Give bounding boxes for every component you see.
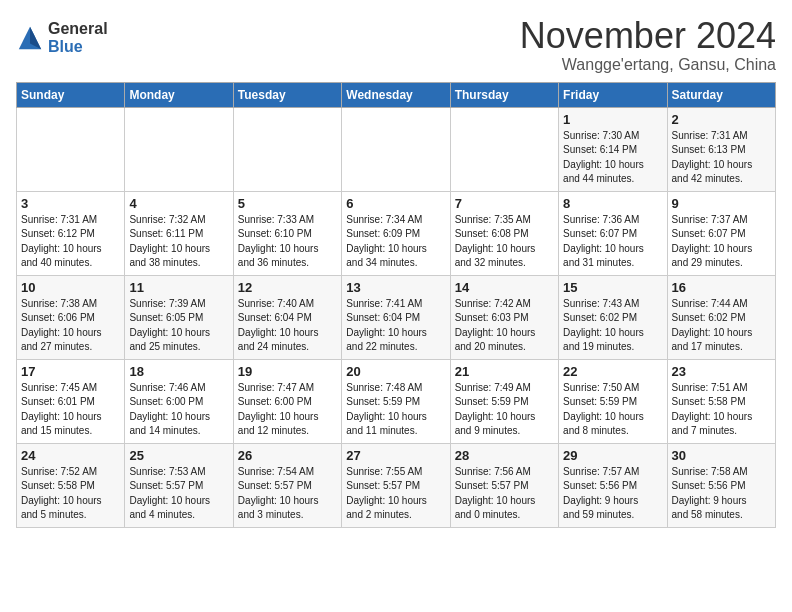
day-info: Sunrise: 7:43 AMSunset: 6:02 PMDaylight:… xyxy=(563,297,662,355)
day-info: Sunrise: 7:40 AMSunset: 6:04 PMDaylight:… xyxy=(238,297,337,355)
day-info: Sunrise: 7:31 AMSunset: 6:12 PMDaylight:… xyxy=(21,213,120,271)
location-title: Wangge'ertang, Gansu, China xyxy=(520,56,776,74)
day-number: 12 xyxy=(238,280,337,295)
day-info: Sunrise: 7:33 AMSunset: 6:10 PMDaylight:… xyxy=(238,213,337,271)
day-number: 6 xyxy=(346,196,445,211)
day-info: Sunrise: 7:31 AMSunset: 6:13 PMDaylight:… xyxy=(672,129,771,187)
calendar-cell: 29Sunrise: 7:57 AMSunset: 5:56 PMDayligh… xyxy=(559,443,667,527)
calendar-week-row: 10Sunrise: 7:38 AMSunset: 6:06 PMDayligh… xyxy=(17,275,776,359)
day-info: Sunrise: 7:56 AMSunset: 5:57 PMDaylight:… xyxy=(455,465,554,523)
month-title: November 2024 xyxy=(520,16,776,56)
day-info: Sunrise: 7:50 AMSunset: 5:59 PMDaylight:… xyxy=(563,381,662,439)
calendar-cell: 3Sunrise: 7:31 AMSunset: 6:12 PMDaylight… xyxy=(17,191,125,275)
calendar-cell: 17Sunrise: 7:45 AMSunset: 6:01 PMDayligh… xyxy=(17,359,125,443)
day-number: 5 xyxy=(238,196,337,211)
day-number: 23 xyxy=(672,364,771,379)
day-number: 14 xyxy=(455,280,554,295)
day-info: Sunrise: 7:44 AMSunset: 6:02 PMDaylight:… xyxy=(672,297,771,355)
day-number: 20 xyxy=(346,364,445,379)
day-number: 28 xyxy=(455,448,554,463)
day-number: 1 xyxy=(563,112,662,127)
calendar-cell: 27Sunrise: 7:55 AMSunset: 5:57 PMDayligh… xyxy=(342,443,450,527)
day-number: 15 xyxy=(563,280,662,295)
day-number: 4 xyxy=(129,196,228,211)
day-info: Sunrise: 7:34 AMSunset: 6:09 PMDaylight:… xyxy=(346,213,445,271)
calendar-cell: 9Sunrise: 7:37 AMSunset: 6:07 PMDaylight… xyxy=(667,191,775,275)
day-number: 8 xyxy=(563,196,662,211)
day-info: Sunrise: 7:42 AMSunset: 6:03 PMDaylight:… xyxy=(455,297,554,355)
day-info: Sunrise: 7:51 AMSunset: 5:58 PMDaylight:… xyxy=(672,381,771,439)
day-info: Sunrise: 7:30 AMSunset: 6:14 PMDaylight:… xyxy=(563,129,662,187)
calendar-cell: 30Sunrise: 7:58 AMSunset: 5:56 PMDayligh… xyxy=(667,443,775,527)
day-info: Sunrise: 7:54 AMSunset: 5:57 PMDaylight:… xyxy=(238,465,337,523)
calendar-cell: 5Sunrise: 7:33 AMSunset: 6:10 PMDaylight… xyxy=(233,191,341,275)
day-number: 22 xyxy=(563,364,662,379)
day-number: 29 xyxy=(563,448,662,463)
day-number: 7 xyxy=(455,196,554,211)
day-number: 26 xyxy=(238,448,337,463)
calendar-week-row: 17Sunrise: 7:45 AMSunset: 6:01 PMDayligh… xyxy=(17,359,776,443)
day-number: 21 xyxy=(455,364,554,379)
calendar-cell xyxy=(125,107,233,191)
day-number: 9 xyxy=(672,196,771,211)
calendar-cell: 1Sunrise: 7:30 AMSunset: 6:14 PMDaylight… xyxy=(559,107,667,191)
day-info: Sunrise: 7:55 AMSunset: 5:57 PMDaylight:… xyxy=(346,465,445,523)
day-number: 25 xyxy=(129,448,228,463)
logo-blue-text: Blue xyxy=(48,38,108,56)
weekday-header-wednesday: Wednesday xyxy=(342,82,450,107)
day-number: 27 xyxy=(346,448,445,463)
calendar-cell xyxy=(342,107,450,191)
calendar-cell: 16Sunrise: 7:44 AMSunset: 6:02 PMDayligh… xyxy=(667,275,775,359)
calendar-cell: 11Sunrise: 7:39 AMSunset: 6:05 PMDayligh… xyxy=(125,275,233,359)
day-info: Sunrise: 7:49 AMSunset: 5:59 PMDaylight:… xyxy=(455,381,554,439)
calendar-header-row: SundayMondayTuesdayWednesdayThursdayFrid… xyxy=(17,82,776,107)
calendar-cell: 6Sunrise: 7:34 AMSunset: 6:09 PMDaylight… xyxy=(342,191,450,275)
weekday-header-tuesday: Tuesday xyxy=(233,82,341,107)
calendar-cell xyxy=(233,107,341,191)
day-info: Sunrise: 7:41 AMSunset: 6:04 PMDaylight:… xyxy=(346,297,445,355)
calendar-cell: 19Sunrise: 7:47 AMSunset: 6:00 PMDayligh… xyxy=(233,359,341,443)
day-info: Sunrise: 7:38 AMSunset: 6:06 PMDaylight:… xyxy=(21,297,120,355)
weekday-header-sunday: Sunday xyxy=(17,82,125,107)
weekday-header-friday: Friday xyxy=(559,82,667,107)
calendar-cell: 4Sunrise: 7:32 AMSunset: 6:11 PMDaylight… xyxy=(125,191,233,275)
calendar-cell: 15Sunrise: 7:43 AMSunset: 6:02 PMDayligh… xyxy=(559,275,667,359)
day-info: Sunrise: 7:35 AMSunset: 6:08 PMDaylight:… xyxy=(455,213,554,271)
day-info: Sunrise: 7:45 AMSunset: 6:01 PMDaylight:… xyxy=(21,381,120,439)
calendar-cell: 26Sunrise: 7:54 AMSunset: 5:57 PMDayligh… xyxy=(233,443,341,527)
day-number: 13 xyxy=(346,280,445,295)
day-info: Sunrise: 7:53 AMSunset: 5:57 PMDaylight:… xyxy=(129,465,228,523)
day-info: Sunrise: 7:48 AMSunset: 5:59 PMDaylight:… xyxy=(346,381,445,439)
calendar-cell: 18Sunrise: 7:46 AMSunset: 6:00 PMDayligh… xyxy=(125,359,233,443)
logo-general-text: General xyxy=(48,20,108,38)
calendar-table: SundayMondayTuesdayWednesdayThursdayFrid… xyxy=(16,82,776,528)
day-number: 24 xyxy=(21,448,120,463)
calendar-cell: 22Sunrise: 7:50 AMSunset: 5:59 PMDayligh… xyxy=(559,359,667,443)
calendar-cell: 25Sunrise: 7:53 AMSunset: 5:57 PMDayligh… xyxy=(125,443,233,527)
calendar-cell xyxy=(450,107,558,191)
day-info: Sunrise: 7:47 AMSunset: 6:00 PMDaylight:… xyxy=(238,381,337,439)
day-number: 17 xyxy=(21,364,120,379)
weekday-header-saturday: Saturday xyxy=(667,82,775,107)
day-info: Sunrise: 7:57 AMSunset: 5:56 PMDaylight:… xyxy=(563,465,662,523)
calendar-week-row: 24Sunrise: 7:52 AMSunset: 5:58 PMDayligh… xyxy=(17,443,776,527)
day-info: Sunrise: 7:37 AMSunset: 6:07 PMDaylight:… xyxy=(672,213,771,271)
calendar-cell: 23Sunrise: 7:51 AMSunset: 5:58 PMDayligh… xyxy=(667,359,775,443)
calendar-cell: 12Sunrise: 7:40 AMSunset: 6:04 PMDayligh… xyxy=(233,275,341,359)
day-info: Sunrise: 7:39 AMSunset: 6:05 PMDaylight:… xyxy=(129,297,228,355)
logo-text: General Blue xyxy=(48,20,108,55)
day-number: 11 xyxy=(129,280,228,295)
title-block: November 2024 Wangge'ertang, Gansu, Chin… xyxy=(520,16,776,74)
day-number: 30 xyxy=(672,448,771,463)
calendar-cell: 2Sunrise: 7:31 AMSunset: 6:13 PMDaylight… xyxy=(667,107,775,191)
day-number: 3 xyxy=(21,196,120,211)
day-number: 16 xyxy=(672,280,771,295)
calendar-cell: 21Sunrise: 7:49 AMSunset: 5:59 PMDayligh… xyxy=(450,359,558,443)
day-number: 10 xyxy=(21,280,120,295)
day-info: Sunrise: 7:46 AMSunset: 6:00 PMDaylight:… xyxy=(129,381,228,439)
day-number: 19 xyxy=(238,364,337,379)
page-header: General Blue November 2024 Wangge'ertang… xyxy=(16,16,776,74)
day-info: Sunrise: 7:52 AMSunset: 5:58 PMDaylight:… xyxy=(21,465,120,523)
calendar-cell: 8Sunrise: 7:36 AMSunset: 6:07 PMDaylight… xyxy=(559,191,667,275)
calendar-cell: 28Sunrise: 7:56 AMSunset: 5:57 PMDayligh… xyxy=(450,443,558,527)
